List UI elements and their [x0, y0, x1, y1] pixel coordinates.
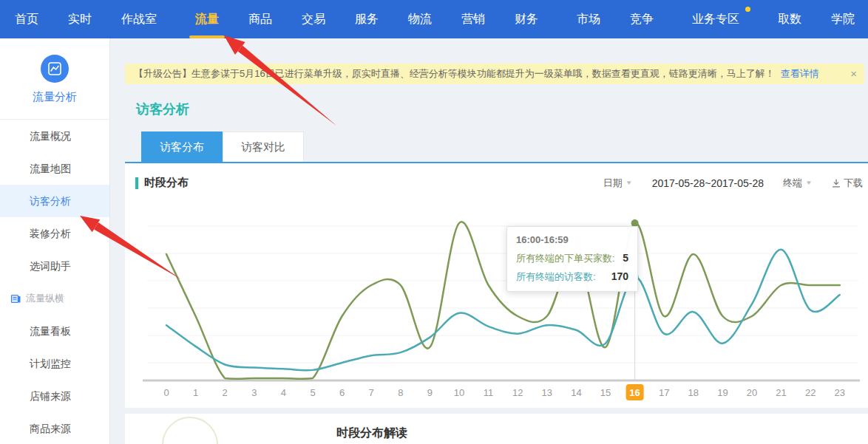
sidebar-header-label: 流量分析	[0, 90, 109, 110]
notification-dot	[745, 7, 750, 12]
date-type-dropdown[interactable]: 日期 ▼	[603, 177, 633, 190]
svg-text:18: 18	[688, 387, 699, 398]
panel-title: 时段分布	[135, 176, 189, 190]
tooltip-time-range: 16:00-16:59	[516, 234, 628, 245]
chevron-down-icon: ▼	[805, 180, 813, 186]
svg-text:6: 6	[339, 387, 345, 398]
svg-text:1: 1	[193, 387, 198, 398]
terminal-dropdown[interactable]: 终端 ▼	[783, 177, 813, 190]
nav-item-academy[interactable]: 学院	[816, 0, 868, 38]
sidebar-section-traffic-matrix[interactable]: 流量纵横	[0, 282, 109, 315]
date-type-label: 日期	[603, 177, 623, 190]
upgrade-announcement-banner: 【升级公告】生意参谋于5月16日已进行菜单升级，原实时直播、经营分析等模块功能都…	[125, 64, 864, 84]
sidebar-item-keyword-helper[interactable]: 选词助手	[0, 250, 109, 282]
terminal-label: 终端	[783, 177, 802, 190]
svg-text:3: 3	[251, 387, 257, 398]
time-distribution-insight-panel: 时段分布解读	[125, 414, 868, 444]
sidebar-item-decoration-analysis[interactable]: 装修分析	[0, 217, 109, 250]
tooltip-buyers-row: 所有终端的下单买家数: 5	[516, 252, 628, 265]
sidebar-item-product-source[interactable]: 商品来源	[0, 412, 109, 444]
svg-text:16: 16	[629, 387, 640, 398]
svg-text:23: 23	[835, 387, 845, 398]
sidebar-item-shop-source[interactable]: 店铺来源	[0, 380, 109, 412]
sidebar-item-visitor-analysis[interactable]: 访客分析	[0, 185, 109, 217]
sidebar-item-plan-monitor[interactable]: 计划监控	[0, 347, 109, 380]
nav-item-marketing[interactable]: 营销	[447, 0, 500, 38]
svg-text:19: 19	[717, 387, 728, 398]
svg-text:0: 0	[163, 387, 169, 398]
svg-text:4: 4	[281, 387, 286, 398]
svg-text:11: 11	[484, 387, 494, 398]
svg-text:13: 13	[542, 387, 552, 398]
tooltip-buyers-value: 5	[623, 252, 628, 264]
download-button[interactable]: 下载	[832, 177, 863, 190]
nav-item-market[interactable]: 市场	[562, 0, 615, 38]
nav-item-business-zone[interactable]: 业务专区	[677, 0, 754, 38]
svg-text:2: 2	[223, 387, 228, 398]
nav-item-warroom[interactable]: 作战室	[106, 0, 172, 38]
main-content: 【升级公告】生意参谋于5月16日已进行菜单升级，原实时直播、经营分析等模块功能都…	[110, 38, 868, 444]
svg-text:12: 12	[512, 387, 523, 398]
date-range-picker[interactable]: 2017-05-28~2017-05-28	[652, 177, 764, 189]
svg-text:14: 14	[571, 387, 581, 398]
banner-detail-link[interactable]: 查看详情	[781, 64, 819, 84]
svg-text:20: 20	[747, 387, 757, 398]
insight-gauge-ring	[162, 417, 218, 444]
nav-item-competition[interactable]: 竞争	[615, 0, 668, 38]
svg-text:7: 7	[369, 387, 374, 398]
panel-header: 时段分布 日期 ▼ 2017-05-28~2017-05-28 终端 ▼	[125, 163, 868, 199]
traffic-analysis-icon	[41, 55, 69, 83]
insight-title: 时段分布解读	[336, 426, 407, 441]
nav-item-realtime[interactable]: 实时	[53, 0, 106, 38]
chart-canvas: 01234567891011121314151617181920212223	[125, 205, 868, 405]
sidebar-section-label: 流量纵横	[26, 282, 64, 315]
app-window: 首页 实时 作战室 流量 商品 交易 服务 物流 营销 财务 市场 竞争 业务专…	[0, 0, 868, 444]
tab-visitor-comparison[interactable]: 访客对比	[223, 132, 304, 162]
download-icon	[832, 179, 841, 188]
svg-text:22: 22	[805, 387, 816, 398]
svg-text:17: 17	[659, 387, 669, 398]
nav-item-product[interactable]: 商品	[234, 0, 287, 38]
nav-item-finance[interactable]: 财务	[500, 0, 553, 38]
svg-text:8: 8	[398, 387, 403, 398]
nav-item-data-fetch[interactable]: 取数	[763, 0, 816, 38]
chart-tooltip: 16:00-16:59 所有终端的下单买家数: 5 所有终端的访客数: 170	[506, 226, 638, 292]
sidebar-item-traffic-map[interactable]: 流量地图	[0, 152, 109, 185]
download-label: 下载	[844, 177, 863, 190]
close-icon[interactable]: ×	[841, 64, 857, 84]
svg-text:9: 9	[427, 387, 433, 398]
svg-text:15: 15	[600, 387, 611, 398]
tab-visitor-distribution[interactable]: 访客分布	[141, 132, 223, 162]
svg-text:10: 10	[454, 387, 464, 398]
ledger-icon	[10, 293, 21, 304]
top-navbar: 首页 实时 作战室 流量 商品 交易 服务 物流 营销 财务 市场 竞争 业务专…	[0, 0, 868, 38]
page-title: 访客分析	[136, 100, 868, 118]
nav-item-service[interactable]: 服务	[340, 0, 393, 38]
chevron-down-icon: ▼	[625, 180, 633, 186]
tooltip-visitors-row: 所有终端的访客数: 170	[516, 270, 628, 284]
tooltip-visitors-value: 170	[611, 270, 628, 282]
sidebar-item-traffic-board[interactable]: 流量看板	[0, 315, 109, 347]
sidebar-header: 流量分析	[0, 38, 109, 120]
tab-bar: 访客分布 访客对比	[141, 132, 868, 162]
banner-text: 【升级公告】生意参谋于5月16日已进行菜单升级，原实时直播、经营分析等模块功能都…	[134, 64, 775, 84]
nav-item-label: 业务专区	[692, 12, 739, 27]
sidebar: 流量分析 流量概况 流量地图 访客分析 装修分析 选词助手 流量纵横 流量看板 …	[0, 38, 110, 444]
svg-text:21: 21	[776, 387, 786, 398]
panel-controls: 日期 ▼ 2017-05-28~2017-05-28 终端 ▼ 下	[603, 177, 863, 190]
nav-item-trade[interactable]: 交易	[287, 0, 340, 38]
sidebar-item-traffic-overview[interactable]: 流量概况	[0, 120, 109, 152]
nav-item-traffic[interactable]: 流量	[180, 0, 234, 38]
hourly-line-chart[interactable]: 01234567891011121314151617181920212223 1…	[125, 199, 868, 408]
svg-text:5: 5	[310, 387, 315, 398]
tooltip-buyers-label: 所有终端的下单买家数:	[516, 252, 615, 265]
nav-item-home[interactable]: 首页	[0, 0, 53, 38]
time-distribution-panel: 时段分布 日期 ▼ 2017-05-28~2017-05-28 终端 ▼	[125, 163, 868, 408]
tooltip-visitors-label: 所有终端的访客数:	[516, 270, 596, 284]
nav-item-logistics[interactable]: 物流	[393, 0, 447, 38]
